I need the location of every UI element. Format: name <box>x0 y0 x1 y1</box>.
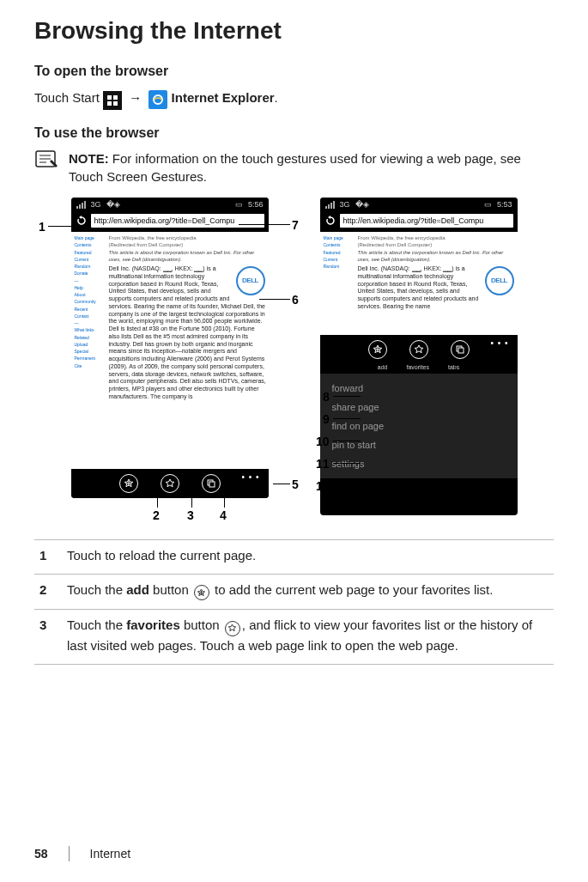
reload-icon[interactable] <box>324 215 336 227</box>
callout-line <box>333 441 361 441</box>
legend-bold: favorites <box>126 617 180 632</box>
menu-settings[interactable]: settings <box>320 454 518 473</box>
legend-desc: Touch the favorites button , and flick t… <box>62 610 554 664</box>
legend-row-3: 3 Touch the favorites button , and flick… <box>34 610 554 664</box>
appbar-labels: add favorites tabs <box>320 364 518 374</box>
legend-row-1: 1 Touch to reload the current page. <box>34 540 554 575</box>
page-title: Browsing the Internet <box>34 17 554 45</box>
callout-line <box>239 224 290 225</box>
status-bar: 3G�◈ ▭5:56 <box>71 198 269 211</box>
use-browser-heading: To use the browser <box>34 125 554 141</box>
battery-icon: ▭ <box>484 200 492 209</box>
wiki-disambig: This article is about the corporation kn… <box>109 250 267 263</box>
legend-text: to add the current web page to your favo… <box>211 582 494 597</box>
footer-divider <box>69 846 70 861</box>
add-button-icon[interactable] <box>119 474 138 493</box>
app-bar-expanded: • • • <box>320 335 518 364</box>
callout-line <box>259 299 290 300</box>
legend-text: button <box>180 617 223 632</box>
callout-2: 2 <box>153 508 160 522</box>
start-tile-icon <box>103 91 122 110</box>
wifi-icon: �◈ <box>106 200 120 209</box>
menu-find-on-page[interactable]: find on page <box>320 417 518 435</box>
legend-text: button <box>149 582 192 597</box>
wiki-from: From Wikipedia, the free encyclopedia <box>358 235 516 242</box>
arrow-icon: → <box>129 88 142 108</box>
favorites-button-icon[interactable] <box>409 340 428 359</box>
legend-desc: Touch to reload the current page. <box>62 540 554 575</box>
appbar-label-add: add <box>378 364 388 370</box>
callout-3: 3 <box>187 508 194 522</box>
wiki-content: Main pageContentsFeaturedCurrentRandomDo… <box>71 232 269 469</box>
callout-line <box>333 418 361 419</box>
page-number: 58 <box>34 847 48 861</box>
callout-4: 4 <box>220 508 227 522</box>
status-3g: 3G <box>340 200 350 209</box>
menu-forward[interactable]: forward <box>320 379 518 398</box>
status-time: 5:53 <box>497 200 512 209</box>
dell-logo-icon: DELL <box>236 266 265 295</box>
legend-text: Touch the <box>67 617 126 632</box>
favorites-inline-icon <box>225 621 240 636</box>
battery-icon: ▭ <box>235 200 243 209</box>
reload-icon[interactable] <box>76 215 88 227</box>
wifi-icon: �◈ <box>355 200 369 209</box>
svg-rect-0 <box>107 95 112 100</box>
svg-rect-12 <box>209 482 215 487</box>
tabs-button-icon[interactable] <box>451 340 470 359</box>
svg-point-4 <box>154 95 162 104</box>
callout-line <box>191 495 192 508</box>
wiki-disambig: This article is about the corporation kn… <box>358 250 516 263</box>
wiki-sidebar: Main pageContentsFeaturedCurrentRandom <box>324 235 356 332</box>
wiki-content: Main pageContentsFeaturedCurrentRandom F… <box>320 232 518 335</box>
open-browser-instruction: Touch Start → Internet Explorer. <box>34 88 554 110</box>
wiki-sidebar: Main pageContentsFeaturedCurrentRandomDo… <box>75 235 107 465</box>
svg-rect-2 <box>107 101 112 106</box>
callout-12: 12 <box>316 479 330 493</box>
url-bar: http://en.wikipedia.org/?title=Dell_Comp… <box>71 211 269 232</box>
add-inline-icon <box>194 585 209 600</box>
app-bar: • • • <box>71 469 269 498</box>
callout-1: 1 <box>39 220 45 234</box>
callout-line <box>48 226 89 227</box>
url-field[interactable]: http://en.wikipedia.org/?title=Dell_Comp… <box>91 214 264 228</box>
more-icon[interactable]: • • • <box>490 338 508 348</box>
legend-row-2: 2 Touch the add button to add the curren… <box>34 574 554 610</box>
url-field[interactable]: http://en.wikipedia.org/?title=Dell_Comp… <box>340 214 513 228</box>
legend-num: 3 <box>34 610 62 664</box>
open-instr-prefix: Touch Start <box>34 90 103 105</box>
legend-bold: add <box>126 582 149 597</box>
menu-pin-to-start[interactable]: pin to start <box>320 435 518 454</box>
callout-7: 7 <box>292 218 299 232</box>
ie-tile-icon <box>149 90 167 109</box>
phone-screenshot-right: 3G�◈ ▭5:53 http://en.wikipedia.org/?titl… <box>320 198 518 515</box>
add-button-icon[interactable] <box>368 340 387 359</box>
callout-line <box>157 495 158 508</box>
callout-line <box>333 463 361 464</box>
screenshot-figure: 3G�◈ ▭5:56 http://en.wikipedia.org/?titl… <box>34 198 554 524</box>
footer-section: Internet <box>90 847 130 861</box>
more-icon[interactable]: • • • <box>241 472 259 482</box>
wiki-redirect: (Redirected from Dell Computer) <box>109 242 267 249</box>
wiki-redirect: (Redirected from Dell Computer) <box>358 242 516 249</box>
menu-share-page[interactable]: share page <box>320 398 518 417</box>
phone-screenshot-left: 3G�◈ ▭5:56 http://en.wikipedia.org/?titl… <box>71 198 269 498</box>
callout-11: 11 <box>316 457 330 471</box>
legend-text: Touch the <box>67 582 126 597</box>
callout-line <box>333 485 361 486</box>
favorites-button-icon[interactable] <box>161 474 179 493</box>
svg-rect-16 <box>458 348 464 353</box>
note-icon <box>34 149 60 170</box>
period: . <box>275 90 278 105</box>
callout-legend-table: 1 Touch to reload the current page. 2 To… <box>34 539 554 665</box>
tabs-button-icon[interactable] <box>202 474 221 493</box>
svg-rect-1 <box>113 95 118 100</box>
svg-rect-3 <box>113 101 118 106</box>
legend-num: 1 <box>34 540 62 575</box>
callout-9: 9 <box>323 412 330 426</box>
url-bar: http://en.wikipedia.org/?title=Dell_Comp… <box>320 211 518 232</box>
appbar-label-favorites: favorites <box>406 364 428 370</box>
appbar-label-tabs: tabs <box>448 364 459 370</box>
callout-line <box>273 484 290 484</box>
status-bar: 3G�◈ ▭5:53 <box>320 198 518 211</box>
